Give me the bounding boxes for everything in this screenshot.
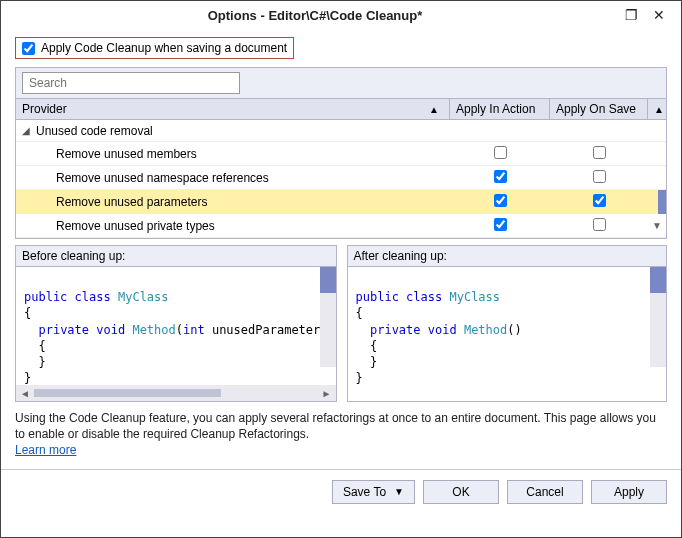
collapse-icon[interactable]: ◢ (22, 125, 36, 136)
col-apply-on-save[interactable]: Apply On Save (550, 99, 648, 119)
row-label: Remove unused members (56, 147, 450, 161)
cancel-button[interactable]: Cancel (507, 480, 583, 504)
table-header: Provider ▲ Apply In Action Apply On Save… (16, 99, 666, 120)
save-to-button[interactable]: Save To▼ (332, 480, 415, 504)
apply-on-save-label: Apply Code Cleanup when saving a documen… (41, 41, 287, 55)
vertical-scrollbar[interactable] (650, 267, 666, 367)
horizontal-scrollbar[interactable]: ◄ ► (16, 385, 336, 401)
scroll-up-icon[interactable]: ▲ (648, 101, 666, 118)
action-checkbox[interactable] (494, 170, 507, 183)
action-checkbox[interactable] (494, 194, 507, 207)
search-input[interactable] (22, 72, 240, 94)
scroll-down-icon[interactable]: ▼ (648, 220, 666, 231)
group-row[interactable]: ◢ Unused code removal (16, 120, 666, 142)
table-row[interactable]: Remove unused namespace references (16, 166, 666, 190)
sort-asc-icon: ▲ (429, 104, 443, 115)
titlebar: Options - Editor\C#\Code Cleanup* ❐ ✕ (1, 1, 681, 29)
table-row[interactable]: Remove unused members (16, 142, 666, 166)
save-checkbox[interactable] (593, 194, 606, 207)
row-label: Remove unused parameters (56, 195, 450, 209)
close-icon[interactable]: ✕ (645, 3, 673, 27)
vertical-scrollbar[interactable] (320, 267, 336, 367)
provider-table: Provider ▲ Apply In Action Apply On Save… (15, 99, 667, 239)
search-wrap (15, 67, 667, 99)
help-text: Using the Code Cleanup feature, you can … (15, 410, 667, 459)
group-label: Unused code removal (36, 124, 153, 138)
dialog-footer: Save To▼ OK Cancel Apply (1, 469, 681, 514)
after-code: public class MyClass { private void Meth… (348, 267, 666, 385)
action-checkbox[interactable] (494, 146, 507, 159)
table-row[interactable]: Remove unused private types ▼ (16, 214, 666, 238)
after-title: After cleaning up: (348, 246, 666, 267)
ok-button[interactable]: OK (423, 480, 499, 504)
window-title: Options - Editor\C#\Code Cleanup* (13, 8, 617, 23)
before-panel: Before cleaning up: public class MyClass… (15, 245, 337, 402)
scroll-left-icon[interactable]: ◄ (20, 388, 30, 399)
after-panel: After cleaning up: public class MyClass … (347, 245, 667, 402)
maximize-icon[interactable]: ❐ (617, 3, 645, 27)
scroll-right-icon[interactable]: ► (322, 388, 332, 399)
row-label: Remove unused private types (56, 219, 450, 233)
table-row-selected[interactable]: Remove unused parameters (16, 190, 666, 214)
row-label: Remove unused namespace references (56, 171, 450, 185)
apply-on-save-checkbox[interactable] (22, 42, 35, 55)
save-checkbox[interactable] (593, 218, 606, 231)
col-apply-in-action[interactable]: Apply In Action (450, 99, 550, 119)
apply-button[interactable]: Apply (591, 480, 667, 504)
dropdown-caret-icon: ▼ (394, 486, 404, 497)
apply-on-save-highlight: Apply Code Cleanup when saving a documen… (15, 37, 294, 59)
before-code: public class MyClass { private void Meth… (16, 267, 336, 385)
action-checkbox[interactable] (494, 218, 507, 231)
selection-indicator (658, 190, 666, 214)
save-checkbox[interactable] (593, 170, 606, 183)
before-title: Before cleaning up: (16, 246, 336, 267)
learn-more-link[interactable]: Learn more (15, 443, 76, 457)
col-provider[interactable]: Provider ▲ (16, 99, 450, 119)
save-checkbox[interactable] (593, 146, 606, 159)
